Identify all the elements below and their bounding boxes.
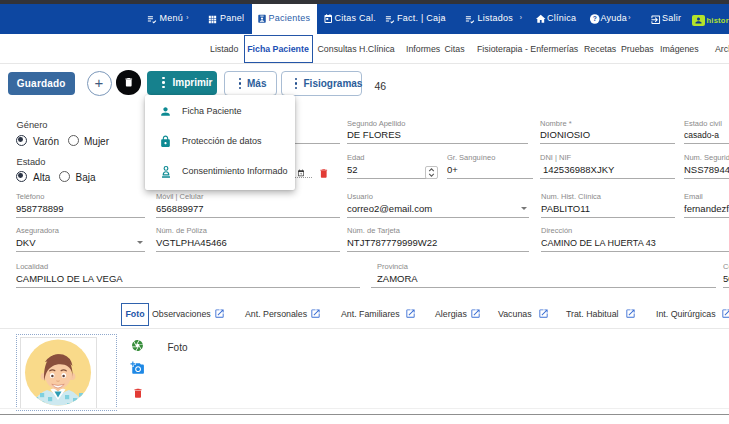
svg-text:?: ? <box>592 15 596 22</box>
